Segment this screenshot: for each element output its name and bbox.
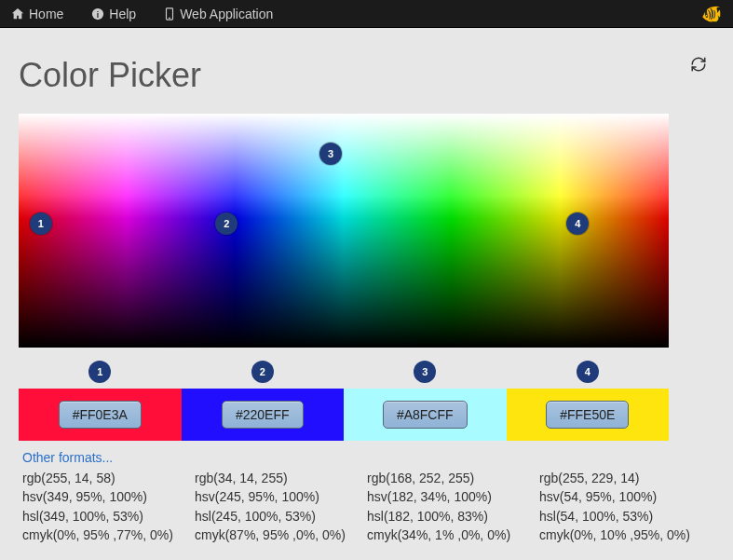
hsl-value: hsl(245, 100%, 53%) [195, 507, 363, 526]
hex-button-2[interactable]: #220EFF [222, 401, 304, 429]
hex-button-4[interactable]: #FFE50E [546, 401, 629, 429]
rgb-value: rgb(255, 229, 14) [539, 469, 708, 487]
hex-button-1[interactable]: #FF0E3A [59, 401, 142, 429]
hsv-value: hsv(245, 95%, 100%) [195, 487, 363, 506]
swatch-badge-2: 2 [251, 361, 274, 383]
rgb-value: rgb(168, 252, 255) [367, 469, 536, 487]
badge-col: 1 [19, 355, 182, 389]
cmyk-value: cmyk(87%, 95% ,0%, 0%) [195, 526, 363, 544]
rgb-value: rgb(255, 14, 58) [22, 469, 191, 487]
formats-col-1: rgb(255, 14, 58) hsv(349, 95%, 100%) hsl… [19, 469, 191, 544]
swatch-2: #220EFF [182, 389, 345, 441]
nav-help[interactable]: i Help [91, 7, 136, 21]
hsl-value: hsl(182, 100%, 83%) [367, 507, 536, 526]
swatch-badge-3: 3 [414, 361, 436, 383]
rgb-value: rgb(34, 14, 255) [195, 469, 363, 487]
picker-marker-3[interactable]: 3 [319, 143, 342, 165]
badge-row: 1 2 3 4 [19, 355, 669, 389]
swatch-1: #FF0E3A [19, 389, 182, 441]
cmyk-value: cmyk(0%, 95% ,77%, 0%) [22, 526, 191, 544]
page-title: Color Picker [19, 56, 714, 95]
nav-home-label: Home [29, 7, 63, 21]
hsv-value: hsv(349, 95%, 100%) [22, 487, 191, 506]
home-icon [11, 7, 24, 20]
hsl-value: hsl(349, 100%, 53%) [22, 507, 191, 526]
picker-marker-4[interactable]: 4 [566, 212, 589, 235]
main-container: Color Picker 1 2 3 4 1 2 3 4 #FF0E3A #22… [0, 28, 733, 560]
formats-col-3: rgb(168, 252, 255) hsv(182, 34%, 100%) h… [363, 469, 536, 544]
cmyk-value: cmyk(0%, 10% ,95%, 0%) [539, 526, 708, 544]
mobile-icon [164, 7, 175, 20]
hex-button-3[interactable]: #A8FCFF [383, 401, 468, 429]
nav-webapp-label: Web Application [180, 7, 273, 21]
hsv-value: hsv(54, 95%, 100%) [539, 487, 708, 506]
nav-home[interactable]: Home [11, 7, 63, 21]
picker-marker-1[interactable]: 1 [30, 212, 52, 235]
swatch-badge-1: 1 [88, 361, 111, 383]
navbar: Home i Help Web Application 🐠 [0, 0, 733, 28]
app-logo-icon: 🐠 [701, 4, 722, 24]
nav-help-label: Help [109, 7, 136, 21]
formats-row: rgb(255, 14, 58) hsv(349, 95%, 100%) hsl… [19, 469, 708, 544]
swatch-4: #FFE50E [507, 389, 670, 441]
svg-text:i: i [97, 9, 99, 19]
cmyk-value: cmyk(34%, 1% ,0%, 0%) [367, 526, 536, 544]
color-space-picker[interactable]: 1 2 3 4 [19, 114, 669, 348]
badge-col: 3 [344, 355, 507, 389]
formats-col-2: rgb(34, 14, 255) hsv(245, 95%, 100%) hsl… [191, 469, 363, 544]
hsv-value: hsv(182, 34%, 100%) [367, 487, 536, 506]
swatch-badge-4: 4 [577, 361, 599, 383]
info-icon: i [91, 7, 104, 20]
badge-col: 4 [507, 355, 670, 389]
badge-col: 2 [182, 355, 345, 389]
hsl-value: hsl(54, 100%, 53%) [539, 507, 708, 526]
formats-col-4: rgb(255, 229, 14) hsv(54, 95%, 100%) hsl… [536, 469, 708, 544]
refresh-button[interactable] [690, 56, 707, 75]
swatch-row: #FF0E3A #220EFF #A8FCFF #FFE50E [19, 389, 669, 441]
nav-webapp[interactable]: Web Application [164, 7, 273, 21]
other-formats-link[interactable]: Other formats... [22, 450, 714, 465]
picker-marker-2[interactable]: 2 [215, 212, 238, 235]
swatch-3: #A8FCFF [344, 389, 507, 441]
